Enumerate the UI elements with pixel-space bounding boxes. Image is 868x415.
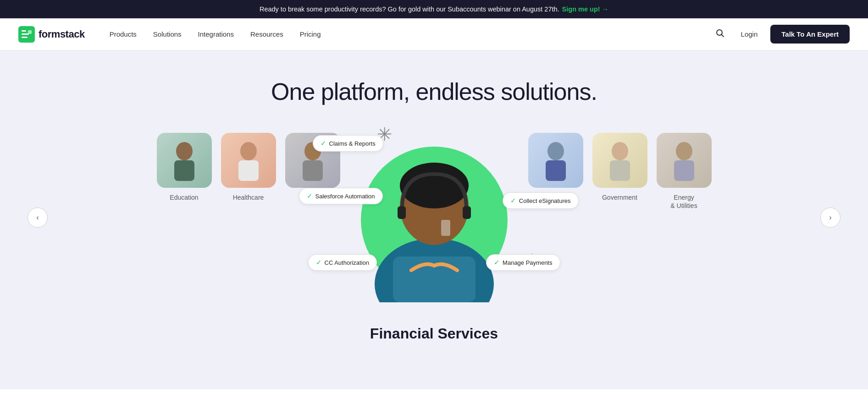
center-hero: ✳ ✦ [349, 133, 519, 302]
carousel-prev-button[interactable]: ‹ [28, 208, 48, 228]
badge-esignature: ✓ Collect eSignatures [503, 192, 579, 209]
industry-label-healthcare: Healthcare [233, 193, 264, 202]
svg-rect-18 [398, 206, 406, 219]
nav-products[interactable]: Products [103, 27, 143, 42]
svg-rect-25 [674, 160, 694, 181]
industry-item-energy[interactable]: Energy & Utilities [657, 133, 712, 210]
financial-services-person [356, 137, 512, 302]
svg-rect-4 [28, 30, 32, 34]
svg-rect-2 [22, 33, 29, 35]
government-person-icon [606, 140, 634, 181]
announcement-bar: Ready to break some productivity records… [0, 0, 868, 18]
industry-label-government: Government [602, 193, 637, 202]
education-person-icon [171, 140, 198, 181]
industry-img-education [157, 133, 212, 188]
industry-item-education[interactable]: Education [157, 133, 212, 202]
carousel-track: Education Healthcare [18, 133, 850, 302]
industry-img-energy [657, 133, 712, 188]
healthcare-person-icon [235, 140, 262, 181]
navbar: formstack Products Solutions Integration… [0, 18, 868, 50]
badge-payments: ✓ Manage Payments [486, 254, 560, 271]
industry-item-government[interactable]: Government [592, 133, 647, 202]
hero-section: One platform, endless solutions. ‹ Educa… [0, 50, 868, 389]
nav-solutions[interactable]: Solutions [147, 27, 188, 42]
svg-point-5 [717, 30, 722, 35]
nav-integrations[interactable]: Integrations [192, 27, 240, 42]
svg-rect-12 [303, 160, 323, 181]
svg-rect-8 [174, 160, 194, 181]
svg-rect-10 [238, 160, 259, 181]
carousel-next-button[interactable]: › [820, 208, 840, 228]
svg-rect-23 [610, 160, 630, 181]
svg-rect-17 [441, 220, 450, 236]
hero-title: One platform, endless solutions. [18, 78, 850, 105]
carousel-container: ‹ Education [18, 133, 850, 302]
logo[interactable]: formstack [18, 26, 85, 43]
badge-cc-auth: ✓ CC Authorization [308, 254, 377, 271]
nav-links: Products Solutions Integrations Resource… [103, 27, 712, 42]
svg-rect-21 [546, 160, 566, 181]
formstack-logo-icon [18, 26, 35, 43]
svg-point-24 [676, 142, 692, 160]
nav-resources[interactable]: Resources [244, 27, 290, 42]
svg-point-9 [240, 142, 257, 160]
logo-text: formstack [39, 28, 85, 40]
badge-claims: ✓ Claims & Reports [313, 135, 383, 152]
industry-img-government [592, 133, 647, 188]
search-button[interactable] [712, 25, 728, 44]
industry-item-healthcare[interactable]: Healthcare [221, 133, 276, 202]
section-title: Financial Services [18, 325, 850, 342]
energy-person-icon [670, 140, 698, 181]
talk-to-expert-button[interactable]: Talk To An Expert [770, 25, 850, 44]
nonprofit-person-icon [542, 140, 569, 181]
announcement-text: Ready to break some productivity records… [260, 5, 559, 13]
industry-item-nonprofit[interactable]: Non-Profit [528, 133, 583, 202]
svg-rect-19 [463, 206, 471, 219]
nav-actions: Login Talk To An Expert [712, 25, 850, 44]
svg-point-20 [547, 142, 564, 160]
industry-img-nonprofit [528, 133, 583, 188]
svg-line-6 [722, 35, 724, 37]
svg-rect-3 [22, 37, 28, 38]
industry-label-education: Education [170, 193, 198, 202]
search-icon [715, 28, 724, 38]
industry-img-healthcare [221, 133, 276, 188]
svg-point-7 [176, 142, 193, 160]
svg-point-22 [612, 142, 628, 160]
nav-pricing[interactable]: Pricing [293, 27, 327, 42]
hero-person-image [356, 137, 512, 302]
badge-salesforce: ✓ Salesforce Automation [299, 188, 383, 204]
industry-label-energy: Energy & Utilities [670, 193, 697, 210]
svg-rect-1 [22, 30, 26, 32]
svg-rect-16 [393, 257, 475, 302]
login-button[interactable]: Login [735, 27, 763, 42]
sign-me-up-link[interactable]: Sign me up! → [562, 5, 608, 13]
